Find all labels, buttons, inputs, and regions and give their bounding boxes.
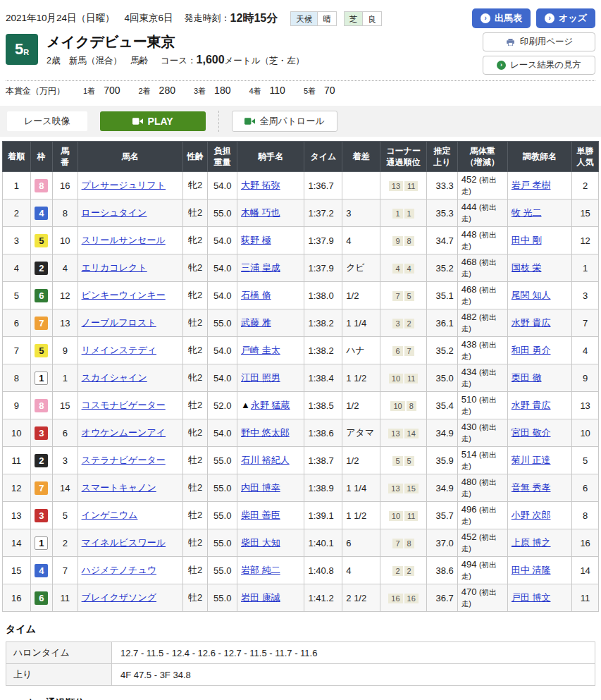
horse-link[interactable]: オウケンムーンアイ [82, 427, 166, 438]
corner-position: 11 [404, 374, 418, 383]
horse-link[interactable]: インゲニウム [82, 510, 138, 520]
horse-link[interactable]: エリカコレクト [82, 262, 147, 273]
horse-link[interactable]: ハジメテノチュウ [82, 565, 156, 575]
cell-margin: 1/2 [342, 282, 380, 309]
cell-finish-position: 14 [3, 529, 31, 557]
trainer-link[interactable]: 国枝 栄 [512, 262, 542, 273]
horse-link[interactable]: ローシュタイン [82, 207, 147, 218]
trainer-link[interactable]: 小野 次郎 [512, 510, 551, 520]
cell-trainer: 水野 貴広 [507, 309, 571, 337]
results-body: 1816プレサージュリフト牝254.0大野 拓弥1:36.7131133.345… [3, 172, 599, 612]
corner-position: 7 [392, 539, 402, 548]
cell-horse-number: 5 [53, 502, 78, 529]
jockey-link[interactable]: 岩田 康誠 [241, 592, 280, 603]
jockey-link[interactable]: 石橋 脩 [241, 290, 271, 300]
cell-frame: 1 [30, 364, 52, 392]
first-run-note: (初出走) [461, 285, 497, 305]
cell-jockey: 石川 裕紀人 [237, 447, 304, 474]
first-run-note: (初出走) [461, 258, 497, 278]
corner-position: 11 [404, 181, 418, 191]
trainer-link[interactable]: 上原 博之 [512, 537, 551, 548]
prize-item: 5着70 [304, 85, 335, 96]
trainer-link[interactable]: 音無 秀孝 [512, 482, 551, 493]
horse-link[interactable]: ノーブルフロスト [82, 317, 156, 328]
jockey-link[interactable]: 荻野 極 [241, 235, 271, 245]
corner-position: 5 [392, 456, 402, 466]
horse-link[interactable]: コスモナビゲーター [82, 400, 166, 410]
last-furlongs-value: 4F 47.5 - 3F 34.8 [112, 664, 595, 686]
result-guide-button[interactable]: › レース結果の見方 [483, 56, 595, 75]
trainer-link[interactable]: 尾関 知人 [512, 290, 551, 300]
cell-win-popularity: 8 [572, 502, 599, 529]
jockey-link[interactable]: 内田 博幸 [241, 482, 280, 493]
trainer-link[interactable]: 岩戸 孝樹 [512, 180, 551, 190]
cell-last3f: 35.4 [427, 392, 458, 419]
corner-position: 2 [404, 319, 414, 328]
condition-badges: 天候 晴 芝 良 [290, 11, 382, 26]
horse-link[interactable]: リメインステディ [82, 345, 156, 355]
trainer-link[interactable]: 田中 剛 [512, 235, 542, 245]
corner-position: 7 [404, 346, 414, 356]
column-header-ninki: 単勝人気 [572, 142, 599, 172]
horse-link[interactable]: スマートキャノン [82, 482, 156, 493]
horse-link[interactable]: プレサージュリフト [82, 180, 166, 190]
horse-link[interactable]: ブレイクザソング [82, 592, 156, 603]
jockey-link[interactable]: 石川 裕紀人 [241, 455, 290, 465]
jockey-link[interactable]: 大野 拓弥 [241, 180, 280, 190]
jockey-link[interactable]: 江田 照男 [241, 372, 280, 383]
cell-horse-number: 13 [53, 309, 78, 337]
cell-sex-age: 牡2 [182, 447, 208, 474]
trainer-link[interactable]: 宮田 敬介 [512, 427, 551, 438]
trainer-link[interactable]: 牧 光二 [512, 207, 542, 218]
cell-sex-age: 牝2 [182, 364, 208, 392]
jockey-link[interactable]: 木幡 巧也 [241, 207, 280, 218]
jockey-link[interactable]: 岩部 純二 [241, 565, 280, 575]
horse-link[interactable]: マイネルビスワール [82, 537, 166, 548]
horse-link[interactable]: スリールサンセール [82, 235, 166, 245]
patrol-video-button[interactable]: 全周パトロール [232, 111, 337, 132]
corner-position: 4 [404, 264, 414, 274]
prize-item: 2着280 [138, 85, 175, 96]
trainer-link[interactable]: 栗田 徹 [512, 372, 542, 383]
trainer-link[interactable]: 水野 貴広 [512, 400, 551, 410]
jockey-link[interactable]: 武藤 雅 [241, 317, 271, 328]
jockey-link[interactable]: 永野 猛蔵 [251, 400, 290, 410]
first-run-note: (初出走) [461, 423, 497, 443]
prize-label: 本賞金（万円） [6, 85, 65, 97]
play-button[interactable]: PLAY [100, 111, 206, 131]
horse-link[interactable]: スカイシャイン [82, 372, 147, 383]
cell-win-popularity: 6 [572, 474, 599, 502]
horse-link[interactable]: ピンキーウィンキー [82, 290, 166, 300]
cell-time: 1:36.7 [304, 172, 342, 199]
jockey-link[interactable]: 柴田 善臣 [241, 510, 280, 520]
cell-frame: 2 [30, 254, 52, 282]
trainer-link[interactable]: 和田 勇介 [512, 345, 551, 355]
jockey-link[interactable]: 戸崎 圭太 [241, 345, 280, 355]
trainer-link[interactable]: 戸田 博文 [512, 592, 551, 603]
race-result-page: 2021年10月24日（日曜） 4回東京6日 発走時刻： 12時15分 天候 晴… [0, 0, 601, 700]
jockey-link[interactable]: 柴田 大知 [241, 537, 280, 548]
jockey-link[interactable]: 野中 悠太郎 [241, 427, 290, 438]
trainer-link[interactable]: 菊川 正達 [512, 455, 551, 465]
entries-button[interactable]: › 出馬表 [472, 8, 531, 28]
weather-value: 晴 [318, 12, 336, 25]
cell-horse-weight: 452 (初出走) [457, 172, 507, 199]
cell-horse-name: スマートキャノン [78, 474, 182, 502]
result-row: 1335インゲニウム牡255.0柴田 善臣1:39.11 1/2101135.7… [3, 502, 599, 529]
odds-button[interactable]: › オッズ [536, 8, 595, 28]
time-section-title: タイム [6, 623, 595, 636]
cell-trainer: 和田 勇介 [507, 337, 571, 364]
cell-frame: 7 [30, 309, 52, 337]
trainer-link[interactable]: 水野 貴広 [512, 317, 551, 328]
corner-position: 9 [392, 236, 402, 246]
cell-sex-age: 牝2 [182, 419, 208, 447]
cell-margin: 4 [342, 557, 380, 584]
cell-horse-weight: 438 (初出走) [457, 337, 507, 364]
print-page-button[interactable]: 印刷用ページ [483, 32, 595, 51]
horse-link[interactable]: ステラナビゲーター [82, 455, 166, 465]
result-row: 1547ハジメテノチュウ牡255.0岩部 純二1:40.842238.6494 … [3, 557, 599, 584]
jockey-link[interactable]: 三浦 皇成 [241, 262, 280, 273]
furlong-time-label: ハロンタイム [6, 642, 112, 664]
cell-last3f: 35.1 [427, 282, 458, 309]
trainer-link[interactable]: 田中 清隆 [512, 565, 551, 575]
